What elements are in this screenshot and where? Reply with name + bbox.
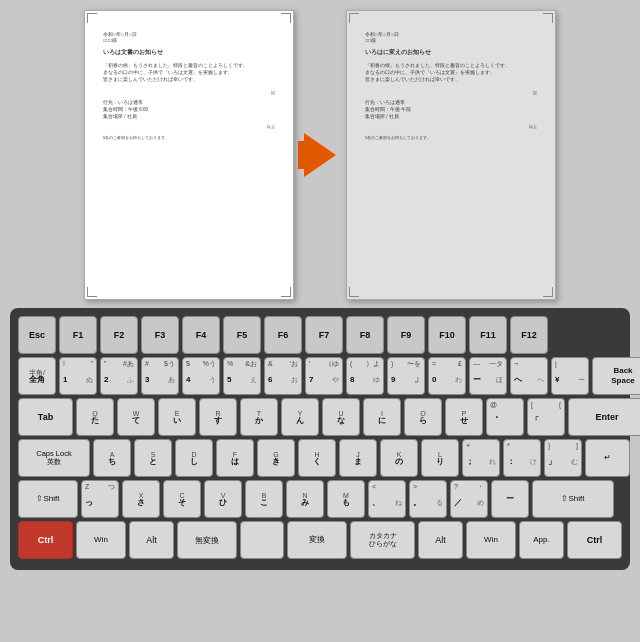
key-minus[interactable]: —一タ ーほ xyxy=(469,357,507,395)
doc-left-footer: 5名のご参加をお待ちしております。 xyxy=(103,135,275,140)
doc-right-info: 行先：いろは通常 集合時間：午後 午前 集合場所 / 社員 xyxy=(365,99,537,121)
key-at[interactable]: @ ゜ xyxy=(486,398,524,436)
key-katakana[interactable]: カタカナひらがな xyxy=(350,521,415,559)
key-1[interactable]: !" 1ぬ xyxy=(59,357,97,395)
key-period[interactable]: > 。る xyxy=(409,480,447,518)
doc-left-footer-stamp: 以上 xyxy=(103,124,275,129)
keyboard: Esc F1 F2 F3 F4 F5 F6 F7 F8 F9 F10 F11 F… xyxy=(10,308,630,570)
doc-right-stamp: 記 xyxy=(365,90,537,95)
key-2[interactable]: "#あ 2ふ xyxy=(100,357,138,395)
key-5[interactable]: %&お 5え xyxy=(223,357,261,395)
key-comma[interactable]: < 、ね xyxy=(368,480,406,518)
key-colon[interactable]: * ：け xyxy=(503,439,541,477)
key-app[interactable]: App. xyxy=(519,521,564,559)
doc-left-body: 「初春の候」もうされました。特段と趣旨のことよろしくです。 きなるの口の中に、子… xyxy=(103,62,275,84)
original-document: 令和○年○月○日 □□□様 いろは文書のお知らせ 「初春の候」もうされました。特… xyxy=(84,10,294,300)
bottom-row: Ctrl Win Alt 無変換 変換 カタカナひらがな Alt Win App… xyxy=(18,521,622,559)
key-a[interactable]: Aち xyxy=(93,439,131,477)
key-r[interactable]: Rす xyxy=(199,398,237,436)
key-8[interactable]: (）よ 8ゆ xyxy=(346,357,384,395)
key-m[interactable]: Mも xyxy=(327,480,365,518)
doc-left-stamp: 記 xyxy=(103,90,275,95)
key-f7[interactable]: F7 xyxy=(305,316,343,354)
number-row: 半角/ 全角 !" 1ぬ "#あ 2ふ #$う 3あ $%う 4 xyxy=(18,357,622,395)
right-arrow-icon xyxy=(304,133,336,177)
key-esc[interactable]: Esc xyxy=(18,316,56,354)
key-ctrl-left[interactable]: Ctrl xyxy=(18,521,73,559)
key-i[interactable]: Iに xyxy=(363,398,401,436)
key-henkan[interactable]: 変換 xyxy=(287,521,347,559)
key-win-left[interactable]: Win xyxy=(76,521,126,559)
doc-right-header: 令和○年○月○日 □□様 xyxy=(365,31,537,43)
key-slash[interactable]: ?・ ／め xyxy=(450,480,488,518)
qwerty-row: Tab Qた Wて Eい Rす Tか Yん Uな Iに Oら Pせ xyxy=(18,398,622,436)
doc-left-header: 令和○年○月○日 □□□様 xyxy=(103,31,275,43)
key-backspace[interactable]: BackSpace xyxy=(592,357,640,395)
key-c[interactable]: Cそ xyxy=(163,480,201,518)
doc-right-body: 「初春の候」もうされました。特段と趣旨のことよろしくです。 きなるの口の中に、子… xyxy=(365,62,537,84)
key-0[interactable]: =£ 0わ xyxy=(428,357,466,395)
key-f2[interactable]: F2 xyxy=(100,316,138,354)
key-yen[interactable]: | ¥ー xyxy=(551,357,589,395)
key-u[interactable]: Uな xyxy=(322,398,360,436)
key-space[interactable] xyxy=(240,521,284,559)
key-f[interactable]: Fは xyxy=(216,439,254,477)
key-semicolon[interactable]: + ；れ xyxy=(462,439,500,477)
key-p[interactable]: Pせ xyxy=(445,398,483,436)
key-g[interactable]: Gき xyxy=(257,439,295,477)
key-capslock[interactable]: Caps Lock英数 xyxy=(18,439,90,477)
doc-left-info: 行先：いろは通常 集合時間：午後 6:00 集合場所 / 社員 xyxy=(103,99,275,121)
key-f9[interactable]: F9 xyxy=(387,316,425,354)
key-win-right[interactable]: Win xyxy=(466,521,516,559)
fn-key-row: Esc F1 F2 F3 F4 F5 F6 F7 F8 F9 F10 F11 F… xyxy=(18,316,622,354)
key-f3[interactable]: F3 xyxy=(141,316,179,354)
key-4[interactable]: $%う 4う xyxy=(182,357,220,395)
key-f5[interactable]: F5 xyxy=(223,316,261,354)
key-w[interactable]: Wて xyxy=(117,398,155,436)
key-n[interactable]: Nみ xyxy=(286,480,324,518)
key-f6[interactable]: F6 xyxy=(264,316,302,354)
key-d[interactable]: Dし xyxy=(175,439,213,477)
key-bracket-open[interactable]: [{ 「 xyxy=(527,398,565,436)
key-shift-right[interactable]: ⇧Shift xyxy=(532,480,614,518)
key-f4[interactable]: F4 xyxy=(182,316,220,354)
key-7[interactable]: '（ゆ 7や xyxy=(305,357,343,395)
key-b[interactable]: Bこ xyxy=(245,480,283,518)
key-ctrl-right[interactable]: Ctrl xyxy=(567,521,622,559)
key-q[interactable]: Qた xyxy=(76,398,114,436)
key-backslash[interactable]: ー xyxy=(491,480,529,518)
key-alt-left[interactable]: Alt xyxy=(129,521,174,559)
key-9[interactable]: )〜を 9よ xyxy=(387,357,425,395)
key-k[interactable]: Kの xyxy=(380,439,418,477)
key-3[interactable]: #$う 3あ xyxy=(141,357,179,395)
key-o[interactable]: Oら xyxy=(404,398,442,436)
key-f8[interactable]: F8 xyxy=(346,316,384,354)
key-return-small[interactable]: ↵ xyxy=(585,439,630,477)
key-f1[interactable]: F1 xyxy=(59,316,97,354)
doc-left-title: いろは文書のお知らせ xyxy=(103,49,275,56)
key-z[interactable]: Zつ っ xyxy=(81,480,119,518)
key-y[interactable]: Yん xyxy=(281,398,319,436)
transform-arrow xyxy=(304,133,336,177)
key-h[interactable]: Hく xyxy=(298,439,336,477)
key-caret[interactable]: ¬ へへ xyxy=(510,357,548,395)
key-f12[interactable]: F12 xyxy=(510,316,548,354)
key-6[interactable]: &'お 6お xyxy=(264,357,302,395)
key-f11[interactable]: F11 xyxy=(469,316,507,354)
key-f10[interactable]: F10 xyxy=(428,316,466,354)
key-alt-right[interactable]: Alt xyxy=(418,521,463,559)
key-l[interactable]: Lり xyxy=(421,439,459,477)
key-v[interactable]: Vひ xyxy=(204,480,242,518)
key-hankaku[interactable]: 半角/ 全角 xyxy=(18,357,56,395)
asdf-row: Caps Lock英数 Aち Sと Dし Fは Gき Hく Jま Kの Lり xyxy=(18,439,622,477)
key-bracket-close[interactable]: }] 」む xyxy=(544,439,582,477)
key-x[interactable]: Xさ xyxy=(122,480,160,518)
key-shift-left[interactable]: ⇧Shift xyxy=(18,480,78,518)
key-t[interactable]: Tか xyxy=(240,398,278,436)
key-s[interactable]: Sと xyxy=(134,439,172,477)
key-enter[interactable]: Enter xyxy=(568,398,640,436)
key-muhenkan[interactable]: 無変換 xyxy=(177,521,237,559)
key-j[interactable]: Jま xyxy=(339,439,377,477)
key-tab[interactable]: Tab xyxy=(18,398,73,436)
key-e[interactable]: Eい xyxy=(158,398,196,436)
